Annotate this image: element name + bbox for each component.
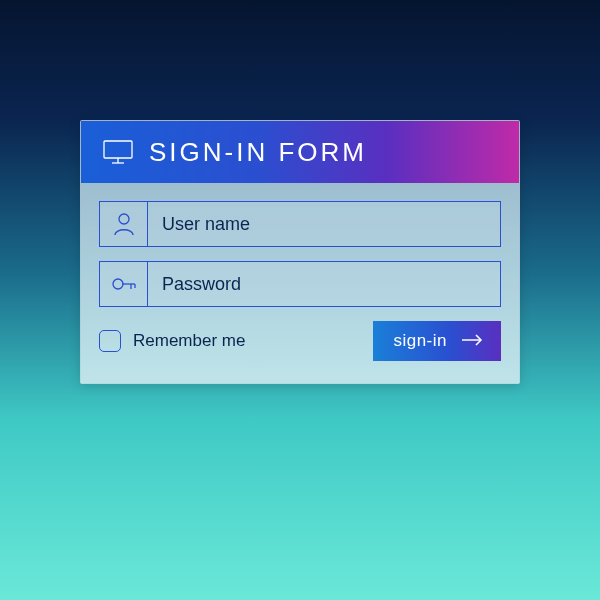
remember-group: Remember me [99, 330, 245, 352]
svg-point-3 [119, 214, 129, 224]
signin-button[interactable]: sign-in [373, 321, 501, 361]
card-footer: Remember me sign-in [99, 321, 501, 361]
card-header: SIGN-IN FORM [81, 121, 519, 183]
monitor-icon [103, 140, 133, 164]
card-body: Remember me sign-in [81, 183, 519, 383]
svg-point-4 [113, 279, 123, 289]
arrow-right-icon [461, 331, 483, 351]
password-input[interactable] [148, 262, 500, 306]
username-input[interactable] [148, 202, 500, 246]
svg-rect-0 [104, 141, 132, 158]
remember-label: Remember me [133, 331, 245, 351]
key-icon [100, 262, 148, 306]
card-title: SIGN-IN FORM [149, 137, 367, 168]
password-field [99, 261, 501, 307]
signin-button-label: sign-in [393, 331, 447, 351]
username-field [99, 201, 501, 247]
remember-checkbox[interactable] [99, 330, 121, 352]
signin-card: SIGN-IN FORM [80, 120, 520, 384]
user-icon [100, 202, 148, 246]
